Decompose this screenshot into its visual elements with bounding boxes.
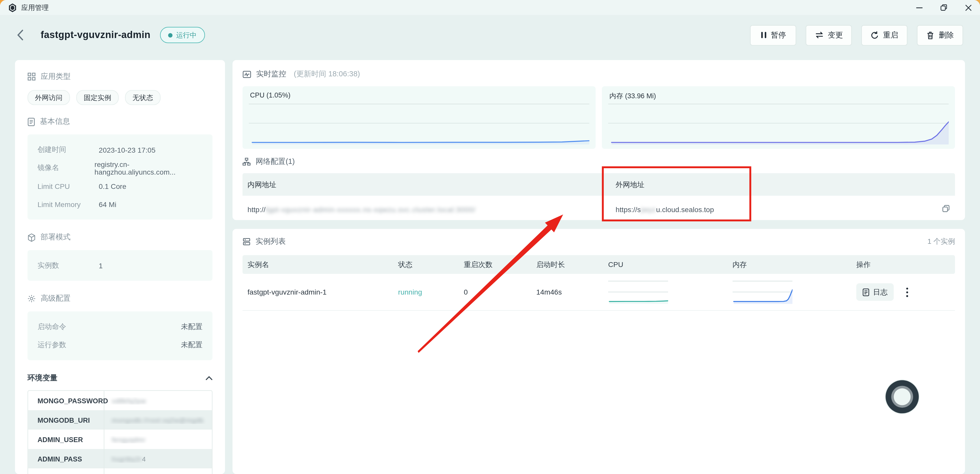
info-row: 运行参数未配置 [38,336,202,354]
instance-memory-chart [732,279,792,305]
info-row: 创建时间2023-10-23 17:05 [38,141,202,159]
monitor-update-time: (更新时间 18:06:38) [294,68,360,80]
restart-button[interactable]: 重启 [861,25,907,45]
section-deploy-mode: 部署模式 [27,232,213,243]
close-icon[interactable] [964,4,972,11]
info-row: Limit Memory64 Mi [38,195,202,213]
network-table-row: http://fgpt-vguvznir-admin-xxxxxx.ns-xqw… [242,196,955,223]
status-dot-icon [168,33,172,37]
env-row: MONGODB_URImongodb://root:xq2w@mgdb [28,410,212,429]
cube-icon [27,233,36,242]
section-realtime-monitor: 实时监控 (更新时间 18:06:38) [242,68,955,80]
log-icon [862,288,869,296]
instance-list-card: 实例列表 1 个实例 实例名 状态 重启次数 启动时长 CPU 内存 操作 fa… [232,229,965,474]
monitor-icon [242,70,251,78]
info-row: 启动命令未配置 [38,318,202,336]
env-vars-header[interactable]: 环境变量 [27,373,213,383]
list-icon [242,238,251,246]
cpu-chart-label: CPU (1.05%) [250,91,588,99]
section-advanced-config: 高级配置 [27,293,213,304]
window-title: 应用管理 [21,3,49,12]
pause-button[interactable]: 暂停 [750,25,796,45]
page-header: fastgpt-vguvznir-admin 运行中 暂停 变更 重启 删除 [0,15,980,55]
internal-address: http://fgpt-vguvznir-admin-xxxxxx.ns-xqw… [248,206,616,213]
env-row: MONGO_PASSWORDvd8kfq2pw [28,391,212,410]
instance-table-row: fastgpt-vguvznir-admin-1 running 0 14m46… [242,274,955,311]
memory-chart-panel: 内存 (33.96 Mi) [602,86,955,149]
kebab-menu-icon[interactable] [904,285,910,299]
instance-restarts: 0 [464,288,536,296]
gear-icon [27,294,36,303]
section-instance-list: 实例列表 1 个实例 [242,236,955,247]
env-row: ADMIN_SECRETszcwl [28,468,212,474]
doc-icon [27,117,35,126]
memory-chart-label: 内存 (33.96 Mi) [609,91,948,101]
window-titlebar: 应用管理 [0,0,980,15]
section-network-config: 网络配置(1) [242,156,955,167]
section-app-type: 应用类型 [27,71,213,82]
col-external-address: 外网地址 [616,180,950,189]
instance-uptime: 14m46s [536,288,608,296]
instance-name: fastgpt-vguvznir-admin-1 [248,288,398,296]
network-table-header: 内网地址 外网地址 [242,173,955,196]
status-badge-label: 运行中 [176,30,197,40]
delete-icon [926,31,934,39]
info-row: 实例数1 [38,256,202,274]
col-internal-address: 内网地址 [248,180,616,189]
minimize-icon[interactable] [916,4,923,11]
restart-icon [871,31,879,39]
cpu-chart-panel: CPU (1.05%) [242,86,595,149]
info-row: 镜像名registry.cn-hangzhou.aliyuncs.com... [38,159,202,177]
back-icon[interactable] [17,29,24,41]
env-row: ADMIN_USERfengyqdmr [28,429,212,449]
external-address: https://sjwyzu.cloud.sealos.top [616,206,950,213]
page-title: fastgpt-vguvznir-admin [41,29,150,41]
monitor-network-card: 实时监控 (更新时间 18:06:38) CPU (1.05%) 内存 (33.… [232,60,965,220]
pause-icon [760,31,766,38]
copy-icon[interactable] [942,204,950,213]
delete-button[interactable]: 删除 [917,25,963,45]
app-logo-icon [8,3,17,12]
tag-stateless: 无状态 [125,90,161,105]
section-basic-info: 基本信息 [27,116,213,127]
status-badge: 运行中 [160,27,205,43]
grid-icon [27,73,36,81]
instance-table-header: 实例名 状态 重启次数 启动时长 CPU 内存 操作 [242,255,955,274]
instance-count: 1 个实例 [928,237,955,247]
app-detail-sidebar: 应用类型 外网访问 固定实例 无状态 基本信息 创建时间2023-10-23 1… [15,60,225,474]
env-row: ADMIN_PASShxgrtby2r4 [28,449,212,468]
click-indicator [886,380,919,414]
network-icon [242,157,251,165]
chevron-up-icon[interactable] [206,376,213,380]
env-vars-table: MONGO_PASSWORDvd8kfq2pw MONGODB_URImongo… [27,390,213,474]
change-button[interactable]: 变更 [806,25,852,45]
info-row: Limit CPU0.1 Core [38,177,202,195]
restore-icon[interactable] [940,4,947,11]
instance-status: running [398,288,464,296]
change-icon [815,31,823,38]
cpu-line-chart [249,103,589,145]
tag-external-access: 外网访问 [27,90,70,105]
tag-fixed-instance: 固定实例 [76,90,119,105]
app-window: 应用管理 fastgpt-vguvznir-admin 运行中 [0,0,980,474]
memory-line-chart [608,103,948,145]
instance-cpu-chart [608,279,668,305]
log-button[interactable]: 日志 [856,283,894,301]
